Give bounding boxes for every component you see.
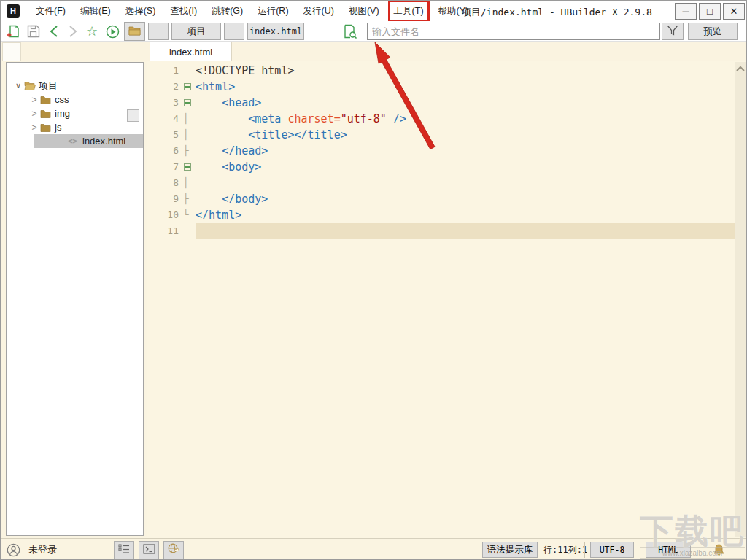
code-text[interactable]: <meta charset="utf-8" />	[196, 111, 735, 127]
tree-item-label: css	[55, 94, 69, 105]
blank-button-1[interactable]	[148, 23, 169, 40]
line-number: 1	[147, 63, 183, 79]
maximize-button[interactable]: □	[699, 3, 721, 20]
fold-guide	[183, 223, 196, 239]
panel-mini-square	[127, 109, 139, 122]
code-line-4[interactable]: 4│ <meta charset="utf-8" />	[147, 111, 735, 127]
fold-collapse-icon[interactable]	[183, 159, 196, 175]
filetype-button[interactable]: HTML	[646, 542, 691, 558]
code-line-11[interactable]: 11	[147, 223, 735, 239]
tree-item-label: 项目	[39, 79, 58, 93]
title-bar: H 文件(F)编辑(E)选择(S)查找(I)跳转(G)运行(R)发行(U)视图(…	[1, 1, 747, 21]
menu-item[interactable]: 工具(T)	[392, 4, 426, 19]
indent-guide	[222, 128, 222, 141]
code-line-5[interactable]: 5│ <title></title>	[147, 127, 735, 143]
tree-item-js[interactable]: >js	[7, 120, 143, 134]
menu-item[interactable]: 运行(R)	[255, 4, 290, 19]
code-text[interactable]: <html>	[196, 79, 735, 95]
cursor-position[interactable]: 行:11列:1	[543, 539, 587, 560]
menu-item[interactable]: 文件(F)	[34, 4, 68, 19]
code-line-6[interactable]: 6├ </head>	[147, 143, 735, 159]
close-button[interactable]: ✕	[723, 3, 745, 20]
folder-open-icon	[24, 81, 39, 90]
menu-item[interactable]: 选择(S)	[123, 4, 158, 19]
code-text[interactable]: <body>	[196, 159, 735, 175]
menu-item[interactable]: 跳转(G)	[209, 4, 245, 19]
menu-item[interactable]: 视图(V)	[347, 4, 382, 19]
fold-guide: │	[183, 127, 196, 143]
star-icon[interactable]: ☆	[84, 21, 100, 42]
code-line-3[interactable]: 3 <head>	[147, 95, 735, 111]
menu-bar: 文件(F)编辑(E)选择(S)查找(I)跳转(G)运行(R)发行(U)视图(V)…	[34, 4, 481, 19]
tree-item-css[interactable]: >css	[7, 93, 143, 106]
code-lines[interactable]: 1<!DOCTYPE html>2<html>3 <head>4│ <meta …	[147, 63, 735, 239]
minimize-button[interactable]: ─	[675, 3, 697, 20]
code-line-7[interactable]: 7 <body>	[147, 159, 735, 175]
code-line-2[interactable]: 2<html>	[147, 79, 735, 95]
fold-collapse-icon[interactable]	[183, 95, 196, 111]
save-icon[interactable]	[26, 21, 42, 42]
preview-button[interactable]: 预览	[688, 23, 738, 40]
code-text[interactable]: <title></title>	[196, 127, 735, 143]
code-line-8[interactable]: 8│	[147, 175, 735, 191]
line-number: 2	[147, 79, 183, 95]
login-status[interactable]: 未登录	[28, 539, 57, 560]
code-line-1[interactable]: 1<!DOCTYPE html>	[147, 63, 735, 79]
divider	[584, 542, 585, 558]
outline-list-button[interactable]	[114, 541, 134, 559]
file-search-input[interactable]	[368, 26, 659, 37]
filter-button[interactable]	[662, 23, 684, 40]
terminal-button[interactable]	[139, 541, 159, 559]
tree-item-index-html[interactable]: <>index.html	[34, 134, 143, 148]
tree-item-label: index.html	[82, 136, 125, 147]
indent-guide	[222, 176, 222, 190]
fold-guide: └	[183, 207, 196, 223]
forward-icon[interactable]	[65, 21, 81, 42]
menu-item[interactable]: 编辑(E)	[78, 4, 113, 19]
editor-scrollbar[interactable]	[735, 62, 746, 537]
tree-item-label: img	[55, 108, 70, 119]
window-title: 项目/index.html - HBuilder X 2.9.8	[462, 6, 652, 19]
user-icon[interactable]	[7, 539, 20, 560]
line-number: 9	[147, 191, 183, 207]
menu-item[interactable]: 查找(I)	[168, 4, 199, 19]
code-text[interactable]: <head>	[196, 95, 735, 111]
preview-file-icon[interactable]	[342, 21, 358, 42]
project-button[interactable]: 项目	[171, 23, 221, 40]
window-controls: ─ □ ✕	[673, 3, 745, 20]
chevron-right-icon[interactable]: >	[28, 122, 40, 133]
tab-index-html[interactable]: index.html	[150, 42, 232, 61]
chevron-right-icon[interactable]: >	[28, 95, 40, 105]
run-icon[interactable]	[104, 21, 120, 42]
menu-item[interactable]: 发行(U)	[301, 4, 336, 19]
code-text[interactable]: </head>	[196, 143, 735, 159]
web-server-button[interactable]	[163, 541, 184, 559]
code-text[interactable]	[196, 175, 735, 191]
open-folder-button[interactable]	[124, 22, 145, 41]
tree-item-label: js	[55, 122, 61, 133]
current-file-button[interactable]: index.html	[247, 23, 304, 40]
folder-icon	[40, 123, 55, 132]
code-text[interactable]: <!DOCTYPE html>	[196, 63, 735, 79]
code-editor[interactable]: 1<!DOCTYPE html>2<html>3 <head>4│ <meta …	[147, 61, 747, 538]
code-text[interactable]: </html>	[196, 207, 735, 223]
new-file-icon[interactable]	[5, 21, 21, 42]
tree-item--[interactable]: ∨项目	[7, 79, 143, 93]
code-text[interactable]	[196, 223, 735, 239]
code-line-9[interactable]: 9├ </body>	[147, 191, 735, 207]
chevron-down-icon[interactable]: ∨	[12, 81, 24, 90]
blank-button-2[interactable]	[224, 23, 244, 40]
syntax-lib-button[interactable]: 语法提示库	[482, 542, 538, 558]
code-line-10[interactable]: 10└</html>	[147, 207, 735, 223]
chevron-right-icon[interactable]: >	[28, 109, 40, 119]
back-icon[interactable]	[46, 21, 62, 42]
line-number: 6	[147, 143, 183, 159]
code-text[interactable]: </body>	[196, 191, 735, 207]
tree-item-img[interactable]: >img	[7, 106, 143, 120]
indent-guide	[222, 112, 222, 125]
toolbar: ☆ 项目 index.html 预览	[1, 21, 747, 42]
notification-bell-icon[interactable]	[713, 539, 725, 560]
fold-collapse-icon[interactable]	[183, 79, 196, 95]
encoding-button[interactable]: UTF-8	[590, 542, 634, 558]
panel-stub-tab[interactable]	[2, 42, 21, 61]
